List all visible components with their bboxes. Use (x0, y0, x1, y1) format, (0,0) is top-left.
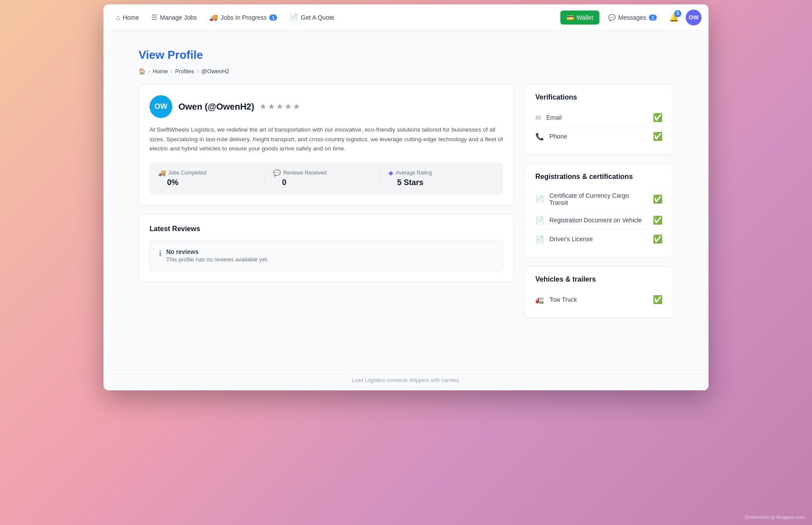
star-rating: ★ ★ ★ ★ ★ (260, 102, 300, 111)
nav-manage-jobs-label: Manage Jobs (160, 14, 197, 21)
notifications-badge: 5 (674, 10, 681, 17)
stat-jobs-completed: 🚚 Jobs Completed 0% (158, 169, 264, 187)
cert-registration-check: ✅ (653, 215, 662, 225)
phone-check-icon: ✅ (653, 132, 662, 141)
stat-reviews: 💬 Reviews Received 0 (264, 169, 379, 187)
jobs-completed-label: Jobs Completed (168, 170, 207, 176)
nav-manage-jobs[interactable]: ☰ Manage Jobs (146, 10, 202, 25)
truck-icon: 🚚 (209, 13, 218, 21)
page-title: View Profile (139, 48, 673, 62)
nav-jobs-in-progress-label: Jobs In Progress (221, 14, 267, 21)
vehicle-check-icon: ✅ (653, 295, 662, 304)
messages-icon: 💬 (608, 14, 616, 21)
cert-currency-check: ✅ (653, 194, 662, 204)
tow-truck-label: Tow Truck (549, 296, 648, 303)
profile-name-area: Owen (@OwenH2) ★ ★ ★ ★ ★ (178, 102, 300, 112)
cert-registration-vehicle-label: Registration Document on Vehicle (549, 217, 648, 224)
star-1: ★ (260, 102, 267, 111)
profile-header: OW Owen (@OwenH2) ★ ★ ★ ★ ★ (150, 95, 503, 118)
home-icon: ⌂ (116, 14, 120, 21)
wallet-button[interactable]: 💳 Wallet (560, 11, 599, 25)
nav-home-label: Home (123, 14, 139, 21)
star-5: ★ (293, 102, 300, 111)
rating-label: Average Rating (396, 170, 432, 176)
reviews-icon: 💬 (273, 169, 281, 176)
right-panel: Verifications ✉ Email ✅ 📞 Phone ✅ Regist… (524, 84, 673, 318)
notifications-button[interactable]: 🔔 5 (666, 9, 682, 26)
jobs-completed-icon: 🚚 (158, 169, 166, 176)
messages-button[interactable]: 💬 Messages 1 (603, 11, 662, 25)
jobs-completed-value: 0% (158, 178, 264, 187)
email-icon: ✉ (535, 114, 541, 122)
rating-icon: ◆ (388, 169, 393, 176)
profile-card: OW Owen (@OwenH2) ★ ★ ★ ★ ★ (139, 84, 514, 205)
cert-drivers-license-label: Driver's License (549, 236, 648, 243)
avatar-initials: OW (689, 14, 698, 21)
profile-avatar: OW (150, 95, 172, 118)
stat-rating: ◆ Average Rating 5 Stars (379, 169, 494, 187)
messages-badge: 1 (649, 14, 657, 21)
star-2: ★ (268, 102, 275, 111)
doc-icon-3: 📄 (535, 235, 544, 243)
profile-bio: At SwiftWheels Logistics, we redefine th… (150, 125, 503, 154)
star-4: ★ (285, 102, 292, 111)
nav-jobs-in-progress[interactable]: 🚚 Jobs In Progress 1 (204, 10, 282, 25)
jobs-in-progress-badge: 1 (269, 14, 277, 21)
cert-currency-cargo-label: Certificate of Currency Cargo Transit (549, 192, 648, 206)
phone-icon: 📞 (535, 132, 544, 141)
profile-left-column: OW Owen (@OwenH2) ★ ★ ★ ★ ★ (139, 84, 514, 282)
no-reviews-box: ℹ No reviews This profile has no reviews… (150, 240, 503, 271)
user-avatar[interactable]: OW (686, 10, 702, 25)
quote-icon: 📄 (289, 13, 298, 21)
vehicles-card: Vehicles & trailers 🚛 Tow Truck ✅ (524, 266, 673, 318)
messages-label: Messages (618, 14, 646, 21)
cert-currency-cargo: 📄 Certificate of Currency Cargo Transit … (535, 188, 662, 211)
wallet-label: Wallet (577, 14, 593, 21)
star-3: ★ (276, 102, 283, 111)
nav-home[interactable]: ⌂ Home (110, 10, 144, 25)
cert-drivers-license: 📄 Driver's License ✅ (535, 230, 662, 248)
vehicle-tow-truck: 🚛 Tow Truck ✅ (535, 290, 662, 309)
profile-name-row: Owen (@OwenH2) ★ ★ ★ ★ ★ (178, 102, 300, 112)
breadcrumb-profiles[interactable]: Profiles (175, 68, 194, 75)
nav-get-quote-label: Get A Quote (301, 14, 334, 21)
certifications-title: Registrations & certifications (535, 173, 662, 181)
breadcrumb-home[interactable]: Home (153, 68, 168, 75)
screenshot-credit: Screenshot by Knapper.com (744, 514, 805, 520)
verifications-title: Verifications (535, 93, 662, 101)
breadcrumb: 🏠 › Home › Profiles › @OwenH2 (139, 68, 673, 75)
breadcrumb-home-icon: 🏠 (139, 68, 146, 75)
profile-name: Owen (@OwenH2) (178, 102, 254, 112)
nav-get-quote[interactable]: 📄 Get A Quote (284, 10, 339, 25)
truck-vehicle-icon: 🚛 (535, 296, 544, 304)
reviews-label: Reviews Received (283, 170, 327, 176)
footer: Load Logistics connects shippers with ca… (103, 370, 709, 390)
rating-value: 5 Stars (388, 178, 494, 187)
verification-email: ✉ Email ✅ (535, 108, 662, 127)
verification-phone: 📞 Phone ✅ (535, 127, 662, 146)
cert-license-check: ✅ (653, 234, 662, 244)
breadcrumb-current: @OwenH2 (201, 68, 229, 75)
reviews-value: 0 (273, 178, 379, 187)
nav-right: 💳 Wallet 💬 Messages 1 🔔 5 OW (560, 9, 702, 26)
doc-icon-2: 📄 (535, 216, 544, 225)
reviews-section-title: Latest Reviews (150, 225, 503, 233)
stats-bar: 🚚 Jobs Completed 0% 💬 Reviews Received 0 (150, 162, 503, 194)
email-check-icon: ✅ (653, 113, 662, 122)
email-label: Email (546, 114, 648, 121)
navbar: ⌂ Home ☰ Manage Jobs 🚚 Jobs In Progress … (103, 4, 709, 31)
no-reviews-title: No reviews (166, 248, 268, 255)
info-icon: ℹ (159, 249, 162, 258)
reviews-card: Latest Reviews ℹ No reviews This profile… (139, 214, 514, 282)
main-content: View Profile 🏠 › Home › Profiles › @Owen… (103, 31, 709, 370)
cert-registration-vehicle: 📄 Registration Document on Vehicle ✅ (535, 211, 662, 230)
list-icon: ☰ (151, 13, 157, 21)
wallet-icon: 💳 (566, 14, 574, 21)
no-reviews-sub: This profile has no reviews available ye… (166, 256, 268, 263)
certifications-card: Registrations & certifications 📄 Certifi… (524, 164, 673, 257)
footer-text: Load Logistics connects shippers with ca… (352, 377, 460, 383)
vehicles-title: Vehicles & trailers (535, 275, 662, 283)
verifications-card: Verifications ✉ Email ✅ 📞 Phone ✅ (524, 84, 673, 155)
profile-layout: OW Owen (@OwenH2) ★ ★ ★ ★ ★ (139, 84, 673, 318)
doc-icon-1: 📄 (535, 195, 544, 204)
